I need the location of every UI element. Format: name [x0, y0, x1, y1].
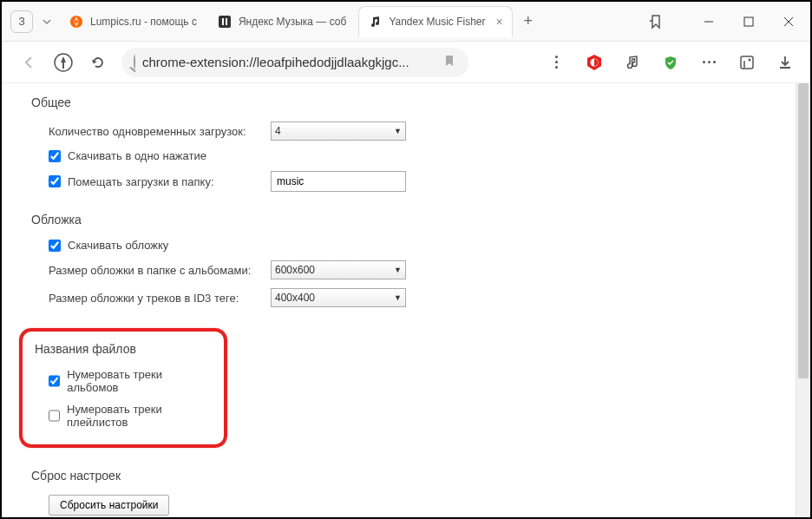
scroll-thumb[interactable]	[798, 83, 809, 378]
reset-button[interactable]: Сбросить настройки	[49, 495, 169, 516]
section-filenames-highlighted: Названия файлов Нумеровать треки альбомо…	[19, 328, 227, 448]
svg-point-12	[749, 58, 751, 61]
number-albums-checkbox[interactable]	[49, 375, 60, 387]
music-extension-icon[interactable]	[623, 53, 642, 72]
new-tab-button[interactable]: +	[516, 10, 540, 34]
menu-icon[interactable]	[547, 53, 566, 72]
scrollbar[interactable]	[796, 83, 810, 517]
svg-rect-6	[744, 17, 753, 26]
url-text: chrome-extension://leoafpihedodjjdlaakgk…	[142, 55, 435, 69]
section-cover: Обложка Скачивать обложку Размер обложки…	[31, 213, 766, 307]
section-title: Сброс настроек	[31, 469, 766, 483]
tab-title: Lumpics.ru - помощь с	[90, 16, 197, 28]
window-close[interactable]	[769, 2, 809, 42]
svg-rect-1	[219, 16, 231, 28]
folder-checkbox[interactable]	[49, 175, 61, 187]
section-general: Общее Количество одновременных загрузок:…	[31, 95, 766, 192]
number-albums-label: Нумеровать треки альбомов	[67, 368, 208, 394]
adblock-icon[interactable]	[585, 53, 604, 72]
download-cover-checkbox[interactable]	[49, 240, 61, 252]
folder-input[interactable]	[271, 171, 406, 192]
close-tab-icon[interactable]: ×	[496, 15, 503, 29]
svg-rect-2	[222, 18, 224, 25]
concurrent-downloads-select[interactable]: 4▼	[271, 122, 406, 141]
id3-cover-size-select[interactable]: 400x400▼	[271, 288, 406, 307]
address-bar: chrome-extension://leoafpihedodjjdlaakgk…	[2, 42, 810, 83]
section-title: Названия файлов	[35, 342, 208, 356]
pause-favicon	[218, 15, 232, 29]
tab-yandex-music[interactable]: Яндекс Музыка — соб	[209, 6, 355, 37]
download-cover-label: Скачивать обложку	[68, 239, 168, 252]
tabs-dropdown[interactable]	[36, 11, 57, 32]
id3-cover-size-label: Размер обложки у треков в ID3 теге:	[49, 292, 271, 305]
more-extensions-icon[interactable]	[699, 53, 718, 72]
sidebar-icon[interactable]	[737, 53, 756, 72]
bookmark-bar-icon[interactable]	[644, 14, 668, 30]
svg-rect-11	[741, 56, 753, 69]
titlebar: 3 Lumpics.ru - помощь с Яндекс Музыка — …	[2, 2, 810, 42]
content-area: Общее Количество одновременных загрузок:…	[2, 83, 810, 517]
downloads-icon[interactable]	[776, 53, 795, 72]
bookmark-icon[interactable]	[442, 54, 456, 70]
back-button[interactable]	[17, 51, 40, 74]
window-minimize[interactable]	[689, 2, 729, 42]
tab-yandex-music-fisher[interactable]: Yandex Music Fisher ×	[358, 6, 512, 37]
tab-title: Яндекс Музыка — соб	[239, 16, 346, 28]
yandex-button[interactable]	[52, 51, 75, 74]
svg-rect-3	[226, 18, 227, 25]
shield-icon[interactable]	[661, 53, 680, 72]
tab-title: Yandex Music Fisher	[389, 16, 485, 28]
lumpics-favicon	[69, 15, 83, 29]
number-playlists-checkbox[interactable]	[49, 410, 60, 422]
oneclick-checkbox[interactable]	[49, 150, 61, 162]
reload-button[interactable]	[87, 51, 109, 74]
oneclick-label: Скачивать в одно нажатие	[68, 149, 206, 162]
site-info-icon[interactable]	[134, 56, 135, 69]
section-reset: Сброс настроек Сбросить настройки	[31, 469, 766, 516]
album-cover-size-label: Размер обложки в папке с альбомами:	[49, 264, 271, 277]
music-favicon	[368, 15, 382, 29]
album-cover-size-select[interactable]: 600x600▼	[271, 260, 406, 279]
section-title: Обложка	[31, 213, 766, 227]
folder-label: Помещать загрузки в папку:	[68, 175, 271, 188]
number-playlists-label: Нумеровать треки плейлистов	[67, 403, 208, 429]
concurrent-downloads-label: Количество одновременных загрузок:	[49, 125, 271, 138]
tab-counter[interactable]: 3	[10, 10, 33, 33]
window-maximize[interactable]	[729, 2, 769, 42]
tab-lumpics[interactable]: Lumpics.ru - помощь с	[61, 6, 206, 37]
section-title: Общее	[31, 95, 766, 109]
omnibox[interactable]: chrome-extension://leoafpihedodjjdlaakgk…	[121, 48, 468, 77]
